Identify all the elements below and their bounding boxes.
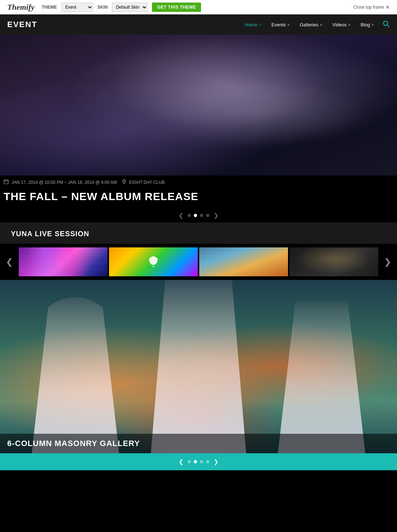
gallery-header: YUNA LIVE SESSION: [0, 222, 397, 244]
get-theme-button[interactable]: GET THIS THEME: [152, 3, 201, 12]
gallery-thumb-3[interactable]: [199, 247, 288, 276]
blog-menu-icon: ≡: [372, 23, 374, 27]
nav-link-events[interactable]: Events ≡: [266, 22, 295, 27]
masonry-dot-4[interactable]: [206, 460, 209, 463]
skin-label: SKIN: [97, 5, 108, 10]
hero-figure-overlay: [0, 35, 397, 176]
skin-select[interactable]: Default Skin Dark Skin Light Skin: [112, 3, 148, 12]
hero-slider: [0, 35, 397, 176]
nav-item-galleries[interactable]: Galleries ≡: [295, 22, 327, 27]
hero-dot-2[interactable]: [194, 214, 197, 217]
gallery-next-button[interactable]: ❯: [378, 247, 397, 276]
nav-link-galleries[interactable]: Galleries ≡: [295, 22, 327, 27]
event-info-bar: JAN 17, 2014 @ 10:00 PM – JAN 18, 2014 @…: [0, 176, 397, 188]
gallery-carousel: ❮ tv ❯: [0, 244, 397, 280]
svg-point-6: [123, 181, 125, 182]
events-menu-icon: ≡: [288, 23, 290, 27]
svg-line-1: [387, 25, 389, 27]
gallery-section: YUNA LIVE SESSION ❮ tv ❯: [0, 222, 397, 280]
close-frame[interactable]: Close top frame ✕: [353, 4, 390, 10]
hero-dot-1[interactable]: [188, 214, 191, 217]
masonry-next-button[interactable]: ❯: [212, 458, 220, 465]
masonry-overlay: 6-COLUMN MASONRY GALLERY: [0, 434, 397, 453]
nav-item-events[interactable]: Events ≡: [266, 22, 295, 27]
nav-link-videos[interactable]: Videos ≡: [327, 22, 355, 27]
theme-label: THEME: [42, 5, 57, 10]
nav-link-blog[interactable]: Blog ≡: [355, 22, 379, 27]
nav-bar: EVENT Home ≡ Events ≡ Galleries ≡ Videos…: [0, 14, 397, 35]
event-title: THE FALL – NEW ALBUM RELEASE: [0, 188, 397, 208]
galleries-menu-icon: ≡: [320, 23, 322, 27]
figure-center: [151, 280, 246, 453]
hero-dot-4[interactable]: [206, 214, 209, 217]
nav-link-home[interactable]: Home ≡: [240, 22, 267, 27]
event-date: JAN 17, 2014 @ 10:00 PM – JAN 18, 2014 @…: [12, 180, 117, 185]
gallery-thumb-4[interactable]: [289, 247, 378, 276]
masonry-slider-dots: ❮ ❯: [0, 453, 397, 470]
hero-prev-button[interactable]: ❮: [177, 212, 185, 219]
nav-item-home[interactable]: Home ≡: [240, 22, 267, 27]
gallery-title: YUNA LIVE SESSION: [11, 230, 89, 238]
masonry-title: 6-COLUMN MASONRY GALLERY: [7, 439, 140, 448]
pin-icon: [122, 179, 126, 185]
hero-next-button[interactable]: ❯: [212, 212, 220, 219]
top-bar: Themify THEME Event Music Corporate SKIN…: [0, 0, 397, 14]
close-frame-label: Close top frame: [353, 5, 384, 10]
masonry-dot-3[interactable]: [200, 460, 203, 463]
calendar-icon: [4, 179, 9, 185]
home-menu-icon: ≡: [259, 23, 261, 27]
nav-item-videos[interactable]: Videos ≡: [327, 22, 355, 27]
gallery-thumbs: tv: [19, 247, 378, 276]
event-venue: EIGHT DAY CLUB: [129, 180, 165, 185]
hero-slider-dots: ❮ ❯: [0, 208, 397, 222]
apple-tv-icon: tv: [146, 254, 161, 271]
masonry-dot-1[interactable]: [188, 460, 191, 463]
svg-rect-2: [4, 180, 8, 184]
hero-dot-3[interactable]: [200, 214, 203, 217]
theme-select[interactable]: Event Music Corporate: [61, 3, 93, 12]
gallery-thumb-2[interactable]: tv: [109, 247, 198, 276]
site-logo[interactable]: EVENT: [7, 20, 37, 29]
gallery-prev-button[interactable]: ❮: [0, 247, 19, 276]
masonry-section: 6-COLUMN MASONRY GALLERY ❮ ❯: [0, 280, 397, 470]
nav-item-blog[interactable]: Blog ≡: [355, 22, 379, 27]
videos-menu-icon: ≡: [348, 23, 350, 27]
gallery-thumb-1[interactable]: [19, 247, 108, 276]
masonry-prev-button[interactable]: ❮: [177, 458, 185, 465]
masonry-dot-2[interactable]: [194, 460, 197, 463]
close-icon[interactable]: ✕: [385, 4, 390, 10]
search-icon[interactable]: [383, 20, 390, 29]
themify-logo: Themify: [7, 3, 35, 12]
svg-text:tv: tv: [152, 265, 154, 268]
masonry-photo: 6-COLUMN MASONRY GALLERY: [0, 280, 397, 453]
